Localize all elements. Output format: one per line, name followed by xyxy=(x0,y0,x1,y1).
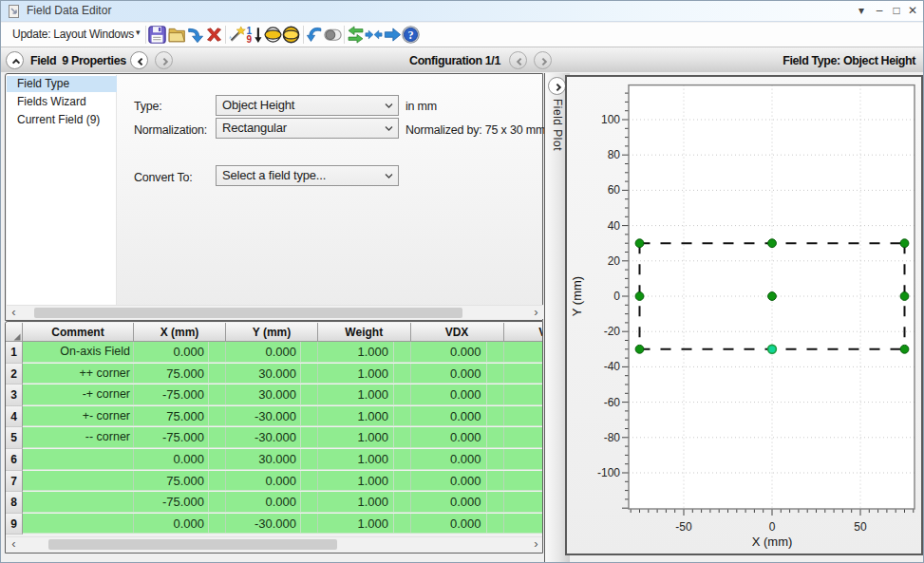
svg-text:X (mm): X (mm) xyxy=(752,535,793,549)
svg-text:-50: -50 xyxy=(675,520,692,534)
svg-text:9: 9 xyxy=(247,34,253,44)
svg-text:-80: -80 xyxy=(604,431,621,444)
svg-text:-40: -40 xyxy=(604,360,621,373)
svg-text:-20: -20 xyxy=(604,325,621,338)
svg-text:60: 60 xyxy=(608,183,621,197)
svg-text:50: 50 xyxy=(854,520,867,534)
svg-text:100: 100 xyxy=(601,113,620,126)
svg-text:?: ? xyxy=(407,28,413,42)
svg-text:Y (mm): Y (mm) xyxy=(570,276,584,316)
svg-text:0: 0 xyxy=(613,290,620,303)
svg-text:-60: -60 xyxy=(604,396,621,409)
svg-text:20: 20 xyxy=(608,254,621,268)
svg-text:80: 80 xyxy=(608,148,621,161)
svg-text:40: 40 xyxy=(608,219,621,233)
svg-text:-100: -100 xyxy=(597,466,620,479)
svg-text:0: 0 xyxy=(769,520,776,534)
